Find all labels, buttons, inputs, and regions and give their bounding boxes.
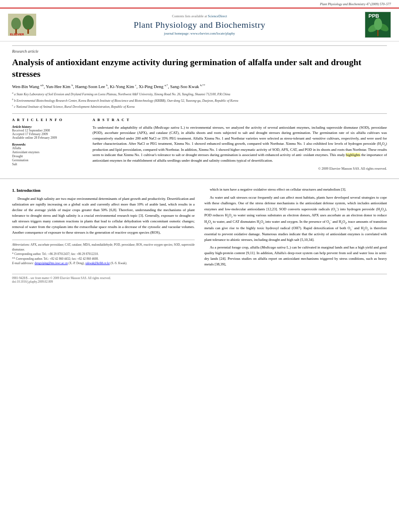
email-label: E-mail addresses: (12, 261, 34, 265)
keyword-4: Germination (12, 158, 84, 162)
abbreviations-line: Abbreviations: APX, ascorbate peroxidase… (12, 242, 195, 252)
footnotes: Abbreviations: APX, ascorbate peroxidase… (12, 240, 195, 266)
svg-point-9 (374, 18, 382, 30)
journal-header: ELSEVIER Contents lists available at Sci… (0, 8, 399, 41)
journal-reference: Plant Physiology and Biochemistry 47 (20… (0, 0, 399, 8)
journal-title: Plant Physiology and Biochemistry (40, 20, 359, 30)
received-date: Received 12 September 2008 (12, 129, 84, 132)
email-link-1[interactable]: dengxiping@ms.iswc.ac.cn (35, 261, 68, 265)
affiliations: a a State Key Laboratory of Soil Erosion… (12, 91, 387, 109)
elsevier-logo-area: ELSEVIER (8, 14, 40, 36)
authors-line: Wen-Bin Wang a,b, Yun-Hee Kim b, Haeng-S… (12, 84, 387, 89)
corresponding1-line: * Corresponding author. Tel.: +86 29 870… (12, 252, 195, 257)
main-content: Research article Analysis of antioxidant… (0, 41, 399, 179)
abbrev-label: Abbreviations: (12, 243, 30, 246)
svg-text:PPB: PPB (368, 13, 379, 19)
copyright-line: © 2009 Elsevier Masson SAS. All rights r… (93, 166, 387, 170)
accepted-date: Accepted 17 February 2009 (12, 132, 84, 136)
sciencedirect-line: Contents lists available at ScienceDirec… (40, 14, 359, 18)
intro-para-1: Drought and high salinity are two major … (12, 196, 195, 236)
ppb-logo-icon: PPB (365, 12, 391, 38)
homepage-link[interactable]: journal homepage: www.elsevier.com/locat… (164, 31, 235, 35)
journal-homepage: journal homepage: www.elsevier.com/locat… (40, 31, 359, 35)
affiliation-c: c c National Institute of Animal Science… (12, 104, 387, 109)
keyword-2: Antioxidant enzymes (12, 150, 84, 154)
keywords-section: Keywords: Alfalfa Antioxidant enzymes Dr… (12, 143, 84, 166)
highlights-text: highlights (346, 153, 360, 157)
issn-line: 0981-9428/$ – see front matter © 2009 El… (12, 276, 387, 280)
doi-line: doi:10.1016/j.plaphy.2009.02.009 (12, 280, 387, 283)
email-link-2[interactable]: sskwak@kribb.re.kr (85, 261, 110, 265)
keyword-5: Salt (12, 162, 84, 166)
body-col-right: which in turn have a negative oxidative … (204, 187, 387, 270)
abbrev-text: APX, ascorbate peroxidase; CAT, catalase… (12, 243, 195, 251)
affiliation-a: a a State Key Laboratory of Soil Erosion… (12, 91, 387, 97)
journal-ref-text: Plant Physiology and Biochemistry 47 (20… (320, 2, 391, 6)
abstract-col: A B S T R A C T To understand the adapta… (93, 118, 387, 171)
body-col-left: 1. Introduction Drought and high salinit… (12, 187, 195, 270)
section1-title: 1. Introduction (12, 187, 195, 194)
body-two-col: 1. Introduction Drought and high salinit… (12, 187, 387, 270)
svg-text:ELSEVIER: ELSEVIER (10, 33, 24, 36)
article-type: Research article (12, 45, 387, 53)
page-container: Plant Physiology and Biochemistry 47 (20… (0, 0, 399, 292)
ppb-logo-area: PPB (359, 12, 391, 38)
footer-line: 0981-9428/$ – see front matter © 2009 El… (12, 274, 387, 283)
abstract-text: To understand the adaptability of alfalf… (93, 125, 387, 164)
email-text: dengxiping@ms.iswc.ac.cn (X.-P. Deng), s… (35, 261, 127, 265)
info-abstract-section: A R T I C L E I N F O Article history: R… (12, 113, 387, 171)
article-history: Article history: Received 12 September 2… (12, 125, 84, 140)
body-content: 1. Introduction Drought and high salinit… (0, 179, 399, 292)
keyword-1: Alfalfa (12, 146, 84, 150)
abstract-heading: A B S T R A C T (93, 118, 387, 122)
article-info-col: A R T I C L E I N F O Article history: R… (12, 118, 84, 171)
svg-point-3 (23, 15, 34, 30)
sciencedirect-link[interactable]: ScienceDirect (208, 14, 227, 18)
intro-para-2: which in turn have a negative oxidative … (204, 187, 387, 193)
affiliation-b: b b Environmental Biotechnology Research… (12, 98, 387, 103)
article-info-heading: A R T I C L E I N F O (12, 118, 84, 122)
email-line: E-mail addresses: dengxiping@ms.iswc.ac.… (12, 261, 195, 266)
keywords-list: Alfalfa Antioxidant enzymes Drought Germ… (12, 146, 84, 166)
available-date: Available online 28 February 2009 (12, 136, 84, 140)
svg-point-1 (11, 18, 21, 30)
keyword-3: Drought (12, 154, 84, 158)
intro-para-4: As a perennial forage crop, alfalfa (Med… (204, 245, 387, 267)
history-label: Article history: (12, 125, 84, 129)
sciencedirect-prefix: Contents lists available at (172, 14, 207, 18)
keywords-label: Keywords: (12, 143, 84, 146)
article-title: Analysis of antioxidant enzyme activity … (12, 57, 387, 80)
elsevier-tree-icon: ELSEVIER (8, 14, 36, 36)
corresponding2-line: ** Corresponding author. Tel.: +82 42 86… (12, 257, 195, 261)
svg-rect-4 (27, 29, 29, 34)
journal-header-center: Contents lists available at ScienceDirec… (40, 14, 359, 35)
intro-para-3: As water and salt stresses occur frequen… (204, 195, 387, 242)
svg-rect-10 (377, 30, 378, 36)
